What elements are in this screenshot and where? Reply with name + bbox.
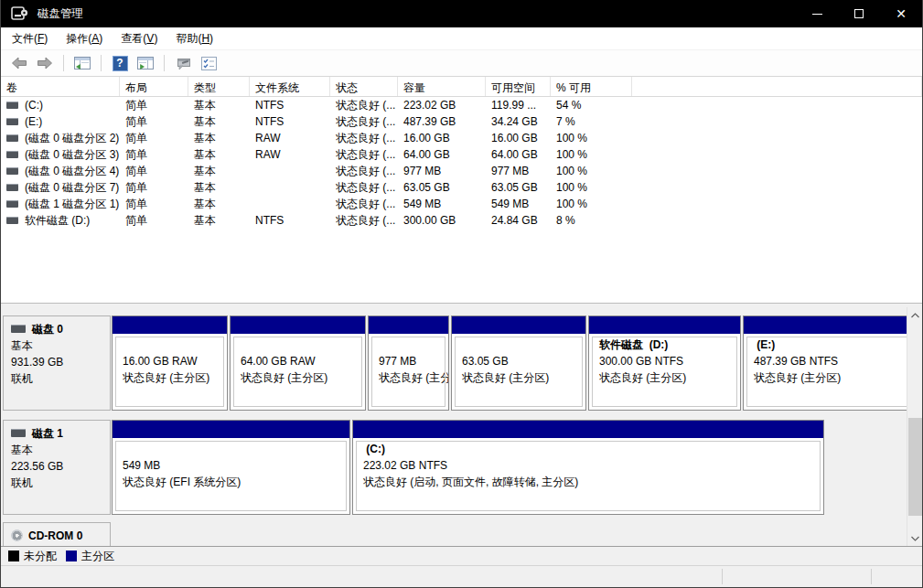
minimize-button[interactable] xyxy=(796,0,838,27)
partition-color-bar xyxy=(589,316,740,334)
volume-type: 基本 xyxy=(188,179,250,196)
partition-name: 软件磁盘 (D:) xyxy=(599,337,738,353)
partition-disk0-p3[interactable]: 64.00 GB RAW 状态良好 (主分区) xyxy=(230,315,366,411)
column-header-capacity[interactable]: 容量 xyxy=(398,77,486,96)
disk1-title: 磁盘 1 xyxy=(11,425,110,442)
partition-status: 状态良好 (主分区) xyxy=(379,369,446,386)
partition-info: (E:) 487.39 GB NTFS 状态良好 (主分区) xyxy=(744,334,910,410)
volume-status: 状态良好 (... xyxy=(330,113,398,130)
volume-name: 软件磁盘 (D:) xyxy=(1,212,120,229)
column-header-status[interactable]: 状态 xyxy=(330,77,398,96)
show-action-pane-button[interactable] xyxy=(134,52,156,74)
column-header-type[interactable]: 类型 xyxy=(188,77,250,96)
scrollbar-thumb[interactable] xyxy=(908,418,922,516)
menu-help[interactable]: 帮助(H) xyxy=(166,27,222,50)
menu-file-close: ) xyxy=(44,32,48,45)
disk-icon xyxy=(11,325,26,333)
volume-status: 状态良好 (... xyxy=(330,146,398,163)
column-header-layout[interactable]: 布局 xyxy=(120,77,188,96)
disk0-size: 931.39 GB xyxy=(11,354,110,370)
partition-d-drive[interactable]: 软件磁盘 (D:) 300.00 GB NTFS 状态良好 (主分区) xyxy=(588,315,741,411)
volume-row-disk0-part7[interactable]: (磁盘 0 磁盘分区 7) 简单 基本 状态良好 (... 63.05 GB 6… xyxy=(1,179,922,196)
partition-efi-system[interactable]: 549 MB 状态良好 (EFI 系统分区) xyxy=(112,420,350,515)
partition-info: 549 MB 状态良好 (EFI 系统分区) xyxy=(113,438,349,514)
partition-status: 状态良好 (主分区) xyxy=(123,369,225,386)
disk0-info-panel[interactable]: 磁盘 0 基本 931.39 GB 联机 xyxy=(3,315,111,411)
legend-primary-partition-label: 主分区 xyxy=(81,549,114,564)
menubar: 文件(F) 操作(A) 查看(V) 帮助(H) xyxy=(1,27,922,50)
partition-size: 300.00 GB NTFS xyxy=(599,353,738,369)
partition-disk0-p7[interactable]: 63.05 GB 状态良好 (主分区) xyxy=(451,315,586,411)
chevron-up-icon xyxy=(911,313,919,318)
volume-filesystem: RAW xyxy=(250,146,330,163)
volume-freespace: 119.99 ... xyxy=(486,97,551,113)
partition-info: 16.00 GB RAW 状态良好 (主分区) xyxy=(113,334,227,410)
properties-list-button[interactable] xyxy=(198,52,220,74)
show-console-tree-button[interactable] xyxy=(71,52,93,74)
column-header-volume[interactable]: 卷 xyxy=(1,77,120,96)
maximize-button[interactable] xyxy=(838,0,880,27)
menu-action[interactable]: 操作(A) xyxy=(57,27,112,50)
volume-name: (磁盘 0 磁盘分区 4) xyxy=(1,163,120,179)
disk-band-0: 磁盘 0 基本 931.39 GB 联机 16.00 GB RAW 状态良好 (… xyxy=(3,315,907,411)
cdrom-info-panel[interactable]: CD-ROM 0 DVD xyxy=(3,522,111,546)
primary-partition-color-swatch xyxy=(66,551,77,561)
close-button[interactable]: ✕ xyxy=(880,0,922,27)
partition-info: (C:) 223.02 GB NTFS 状态良好 (启动, 页面文件, 故障转储… xyxy=(353,438,823,514)
partition-color-bar xyxy=(353,421,823,438)
column-header-filesystem[interactable]: 文件系统 xyxy=(250,77,330,96)
volume-capacity: 64.00 GB xyxy=(398,146,486,163)
partition-disk0-p4[interactable]: 977 MB 状态良好 (主分区) xyxy=(368,315,449,411)
menu-file[interactable]: 文件(F) xyxy=(3,27,57,50)
vertical-scrollbar[interactable] xyxy=(907,307,922,546)
volume-layout: 简单 xyxy=(120,97,188,113)
volume-type: 基本 xyxy=(188,146,250,163)
volume-row-e[interactable]: (E:) 简单 基本 NTFS 状态良好 (... 487.39 GB 34.2… xyxy=(1,113,922,130)
column-header-percent-free[interactable]: % 可用 xyxy=(551,77,632,96)
back-button[interactable] xyxy=(8,52,30,74)
volume-name: (磁盘 1 磁盘分区 1) xyxy=(1,196,120,212)
help-button[interactable]: ? xyxy=(109,52,131,74)
partition-disk0-p2[interactable]: 16.00 GB RAW 状态良好 (主分区) xyxy=(112,315,228,411)
drive-icon xyxy=(6,118,18,125)
volume-percent-free: 100 % xyxy=(551,163,632,179)
volume-freespace: 64.00 GB xyxy=(486,146,551,163)
scroll-down-button[interactable] xyxy=(907,530,922,546)
volume-row-disk1-part1[interactable]: (磁盘 1 磁盘分区 1) 简单 基本 状态良好 (... 549 MB 549… xyxy=(1,196,922,212)
partition-c-drive[interactable]: (C:) 223.02 GB NTFS 状态良好 (启动, 页面文件, 故障转储… xyxy=(352,420,824,515)
volume-name: (C:) xyxy=(1,97,120,113)
help-glyph: ? xyxy=(116,57,123,69)
partition-e-drive[interactable]: (E:) 487.39 GB NTFS 状态良好 (主分区) xyxy=(743,315,911,411)
titlebar: 磁盘管理 ✕ xyxy=(1,0,922,27)
volume-status: 状态良好 (... xyxy=(330,163,398,179)
volume-filesystem: RAW xyxy=(250,130,330,146)
volume-row-c[interactable]: (C:) 简单 基本 NTFS 状态良好 (... 223.02 GB 119.… xyxy=(1,97,922,113)
forward-button[interactable] xyxy=(34,52,56,74)
volume-percent-free: 8 % xyxy=(551,212,632,229)
drive-icon xyxy=(6,134,18,142)
disk1-info-panel[interactable]: 磁盘 1 基本 223.56 GB 联机 xyxy=(3,420,111,515)
disk-band-cdrom: CD-ROM 0 DVD xyxy=(3,522,907,546)
volume-row-disk0-part3[interactable]: (磁盘 0 磁盘分区 3) 简单 基本 RAW 状态良好 (... 64.00 … xyxy=(1,146,922,163)
popup-window-button[interactable] xyxy=(172,52,194,74)
volume-row-disk0-part4[interactable]: (磁盘 0 磁盘分区 4) 简单 基本 状态良好 (... 977 MB 977… xyxy=(1,163,922,179)
volume-row-disk0-part2[interactable]: (磁盘 0 磁盘分区 2) 简单 基本 RAW 状态良好 (... 16.00 … xyxy=(1,130,922,146)
volume-capacity: 487.39 GB xyxy=(398,113,486,130)
statusbar-divider xyxy=(871,569,872,584)
scroll-up-button[interactable] xyxy=(907,307,922,323)
volume-filesystem xyxy=(250,163,330,179)
console-tree-icon xyxy=(74,56,91,70)
toolbar: ? xyxy=(1,50,922,77)
volume-name: (磁盘 0 磁盘分区 2) xyxy=(1,130,120,146)
disk-icon xyxy=(11,429,26,437)
volume-freespace: 63.05 GB xyxy=(486,179,551,196)
partition-status: 状态良好 (主分区) xyxy=(462,369,584,386)
volume-freespace: 977 MB xyxy=(486,163,551,179)
column-header-freespace[interactable]: 可用空间 xyxy=(486,77,551,96)
volume-filesystem xyxy=(250,196,330,212)
menu-view[interactable]: 查看(V) xyxy=(112,27,166,50)
back-icon xyxy=(11,56,27,70)
volume-row-d[interactable]: 软件磁盘 (D:) 简单 基本 NTFS 状态良好 (... 300.00 GB… xyxy=(1,212,922,229)
partition-color-bar xyxy=(113,421,349,438)
volume-freespace: 16.00 GB xyxy=(486,130,551,146)
